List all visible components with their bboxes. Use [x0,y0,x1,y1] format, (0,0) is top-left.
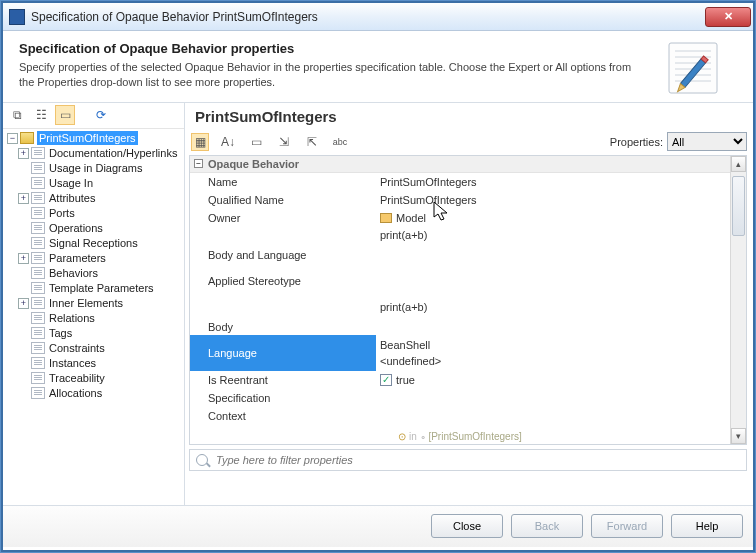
show-empty-icon[interactable]: ▭ [247,133,265,151]
body: ⧉ ☷ ▭ ⟳ − PrintSumOfIntegers +Documentat… [3,103,753,505]
list-view-icon[interactable]: ☷ [31,105,51,125]
scroll-up-icon[interactable]: ▴ [731,156,746,172]
properties-label: Properties: [610,136,663,148]
prop-row-language[interactable]: ▸ Language BeanShell <undefined> [190,335,746,371]
tree-root[interactable]: − PrintSumOfIntegers [5,131,184,146]
collapse-icon[interactable]: − [194,159,203,168]
prop-row-owner[interactable]: OwnerModel [190,209,746,227]
page-icon [31,357,45,369]
page-icon [31,252,45,264]
prop-row-is-reentrant[interactable]: Is Reentrant✓true [190,371,746,389]
prop-row-specification[interactable]: Specification [190,389,746,407]
page-icon [31,192,45,204]
header: Specification of Opaque Behavior propert… [3,31,753,103]
dialog-window: Specification of Opaque Behavior PrintSu… [2,2,754,551]
tree-item[interactable]: Relations [5,311,184,326]
tree-view-icon[interactable]: ⧉ [7,105,27,125]
page-icon [31,267,45,279]
filter-bar [189,449,747,471]
page-icon [31,342,45,354]
header-description: Specify properties of the selected Opaqu… [19,60,633,90]
prop-row-body[interactable]: Bodyprint(a+b) [190,299,746,335]
page-icon [31,222,45,234]
language-value-2: <undefined> [380,355,441,367]
prop-row-context[interactable]: Context [190,407,746,425]
help-button[interactable]: Help [671,514,743,538]
tree-item[interactable]: Usage in Diagrams [5,161,184,176]
page-icon [31,282,45,294]
tree-item[interactable]: Template Parameters [5,281,184,296]
page-icon [31,297,45,309]
truncated-row: ⊙ in ∘ [PrintSumOfIntegers] [190,431,730,442]
prop-row-body-language[interactable]: Body and Languageprint(a+b) [190,227,746,263]
model-icon [380,213,392,223]
abc-icon[interactable]: abc [331,133,349,151]
checkbox-checked-icon[interactable]: ✓ [380,374,392,386]
tree-item[interactable]: +Documentation/Hyperlinks [5,146,184,161]
page-icon [31,312,45,324]
language-value-1: BeanShell [380,339,430,351]
tree-item[interactable]: +Attributes [5,191,184,206]
page-icon [31,207,45,219]
page-icon [31,237,45,249]
categorize-icon[interactable]: ▦ [191,133,209,151]
tree-item[interactable]: Constraints [5,341,184,356]
left-panel: ⧉ ☷ ▭ ⟳ − PrintSumOfIntegers +Documentat… [3,103,185,505]
page-icon [31,327,45,339]
page-icon [31,387,45,399]
titlebar: Specification of Opaque Behavior PrintSu… [3,3,753,31]
header-title: Specification of Opaque Behavior propert… [19,41,633,56]
close-window-button[interactable]: ✕ [705,7,751,27]
properties-select[interactable]: All [667,132,747,151]
document-illustration-icon [663,39,735,99]
window-title: Specification of Opaque Behavior PrintSu… [31,10,705,24]
opaque-behavior-icon [20,132,34,144]
tree-item[interactable]: Operations [5,221,184,236]
tree-item[interactable]: Signal Receptions [5,236,184,251]
tree-item[interactable]: Instances [5,356,184,371]
refresh-icon[interactable]: ⟳ [91,105,111,125]
page-icon [31,177,45,189]
navigation-tree[interactable]: − PrintSumOfIntegers +Documentation/Hype… [3,129,184,505]
prop-row-name[interactable]: NamePrintSumOfIntegers [190,173,746,191]
scroll-thumb[interactable] [732,176,745,236]
page-icon [31,372,45,384]
right-toolbar: ▦ A↓ ▭ ⇲ ⇱ abc Properties: All [185,129,753,155]
close-button[interactable]: Close [431,514,503,538]
page-icon [31,147,45,159]
element-title: PrintSumOfIntegers [185,103,753,129]
scroll-down-icon[interactable]: ▾ [731,428,746,444]
tree-item[interactable]: Tags [5,326,184,341]
collapse-icon[interactable]: ⇱ [303,133,321,151]
prop-row-applied-stereotype[interactable]: Applied Stereotype [190,263,746,299]
tree-item[interactable]: Usage In [5,176,184,191]
properties-grid: − Opaque Behavior NamePrintSumOfIntegers… [189,155,747,445]
tree-root-label: PrintSumOfIntegers [37,131,138,145]
vertical-scrollbar[interactable]: ▴ ▾ [730,156,746,444]
tree-item[interactable]: +Parameters [5,251,184,266]
back-button[interactable]: Back [511,514,583,538]
right-panel: PrintSumOfIntegers ▦ A↓ ▭ ⇲ ⇱ abc Proper… [185,103,753,505]
search-icon [196,454,208,466]
card-view-icon[interactable]: ▭ [55,105,75,125]
tree-item[interactable]: Behaviors [5,266,184,281]
tree-item[interactable]: Ports [5,206,184,221]
app-icon [9,9,25,25]
sort-icon[interactable]: A↓ [219,133,237,151]
group-header[interactable]: − Opaque Behavior [190,156,746,173]
tree-item[interactable]: Allocations [5,386,184,401]
tree-item[interactable]: Traceability [5,371,184,386]
expand-icon[interactable]: ⇲ [275,133,293,151]
prop-row-qualified-name[interactable]: Qualified NamePrintSumOfIntegers [190,191,746,209]
page-icon [31,162,45,174]
footer: Close Back Forward Help [3,505,753,547]
tree-item[interactable]: +Inner Elements [5,296,184,311]
left-toolbar: ⧉ ☷ ▭ ⟳ [3,103,184,129]
forward-button[interactable]: Forward [591,514,663,538]
filter-input[interactable] [214,453,740,467]
